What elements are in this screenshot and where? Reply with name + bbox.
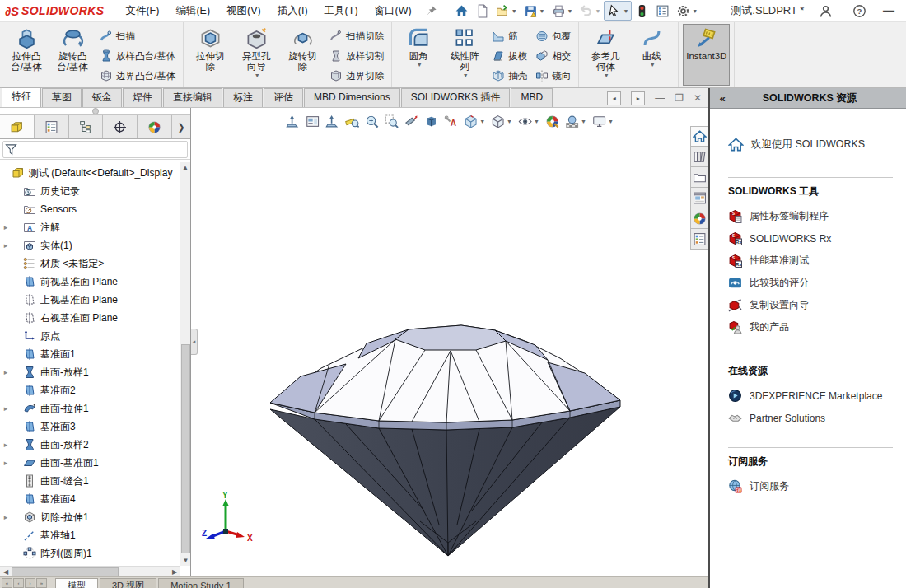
ribbon-button-拉伸切除[interactable]: 拉伸切 除 <box>188 24 232 86</box>
resource-link-复制设置向导[interactable]: 复制设置向导 <box>728 294 893 316</box>
propertymanager-tab[interactable] <box>35 115 69 138</box>
custom-properties-tab[interactable] <box>690 229 708 250</box>
doc-nav-button-1[interactable]: « <box>2 578 12 588</box>
options-list-button[interactable] <box>652 1 673 21</box>
tab-solidworks-插件[interactable]: SOLIDWORKS 插件 <box>401 88 511 107</box>
doc-tab-3d-视图[interactable]: 3D 视图 <box>100 578 156 588</box>
expand-arrow-icon[interactable]: ▸ <box>0 241 12 250</box>
dimxpertmanager-tab[interactable] <box>103 115 138 138</box>
scroll-right-arrow[interactable]: ▶ <box>169 568 180 576</box>
expand-arrow-icon[interactable]: ▸ <box>0 441 12 449</box>
save-button[interactable]: ▼ <box>521 1 549 21</box>
settings-button[interactable]: ▼ <box>673 1 701 21</box>
ribbon-button-线性阵列[interactable]: 线性阵 列▼ <box>442 24 487 86</box>
view-orientation-button[interactable]: ▼ <box>461 111 488 131</box>
tree-item-基准面1[interactable]: 基准面1 <box>0 345 180 363</box>
ribbon-button-圆角[interactable]: 圆角▼ <box>396 24 441 86</box>
tab-评估[interactable]: 评估 <box>264 88 303 107</box>
doc-nav-button-4[interactable]: » <box>36 578 47 588</box>
ribbon-button-扫描[interactable]: 扫描 <box>96 26 179 46</box>
tree-item-注解[interactable]: ▸A注解 <box>0 218 180 236</box>
print-button[interactable]: ▼ <box>549 1 577 21</box>
apply-scene-button[interactable]: ▼ <box>563 111 589 131</box>
tree-item-原点[interactable]: 原点 <box>0 327 180 345</box>
tab-特征[interactable]: 特征 <box>2 87 41 107</box>
hide-show-items-button[interactable]: ▼ <box>516 111 542 131</box>
ribbon-button-镜向[interactable]: 镜向 <box>532 66 574 86</box>
magnifier-button[interactable] <box>382 111 401 131</box>
rebuild-button[interactable] <box>632 1 652 21</box>
section-view-button[interactable] <box>402 111 421 131</box>
view-window-button[interactable] <box>303 111 322 131</box>
tree-root-item[interactable]: 测试 (Default<<Default>_Display <box>0 164 180 182</box>
doc-nav-button-2[interactable]: ‹ <box>13 578 24 588</box>
expand-arrow-icon[interactable]: ▸ <box>0 513 12 521</box>
menu-item-2[interactable]: 编辑(E) <box>167 5 218 16</box>
ribbon-button-旋转凸台/基体[interactable]: 旋转凸 台/基体 <box>50 24 95 86</box>
ribbon-button-曲线[interactable]: 曲线▼ <box>629 24 674 86</box>
expand-arrow-icon[interactable]: ▸ <box>0 223 12 231</box>
ribbon-button-扫描切除[interactable]: 扫描切除 <box>326 26 387 46</box>
tree-item-曲面-基准面1[interactable]: ▸曲面-基准面1 <box>0 454 180 472</box>
ribbon-button-包覆[interactable]: 包覆 <box>532 26 574 46</box>
tree-item-基准面3[interactable]: 基准面3 <box>0 418 180 436</box>
resource-link-solidworks-rx[interactable]: SRxSOLIDWORKS Rx <box>728 227 893 250</box>
configurationmanager-tab[interactable] <box>69 115 104 138</box>
view-palette-tab[interactable] <box>690 188 708 208</box>
doc-tab-模型[interactable]: 模型 <box>55 578 98 588</box>
ribbon-button-异型孔向导[interactable]: 异型孔 向导▼ <box>234 24 278 86</box>
tree-item-实体(1)[interactable]: ▸实体(1) <box>0 236 180 254</box>
resource-link-比较我的评分[interactable]: 比较我的评分 <box>728 272 893 294</box>
restore-doc-button[interactable]: ❐ <box>675 92 684 104</box>
resource-link-3dexperience-marketplace[interactable]: 3DEXPERIENCE Marketplace <box>728 385 893 407</box>
tree-item-上视基准面 plane[interactable]: 上视基准面 Plane <box>0 291 180 309</box>
scroll-thumb-horizontal[interactable] <box>12 567 119 576</box>
scroll-thumb[interactable] <box>181 344 190 554</box>
tab-草图[interactable]: 草图 <box>42 88 82 107</box>
ribbon-button-放样切割[interactable]: 放样切割 <box>326 46 387 66</box>
open-button[interactable]: ▼ <box>493 1 521 21</box>
resource-link-我的产品[interactable]: 我的产品 <box>728 316 893 338</box>
scroll-down-arrow[interactable]: ▼ <box>180 555 191 566</box>
home-button[interactable] <box>451 1 472 21</box>
tree-item-基准面4[interactable]: 基准面4 <box>0 490 180 508</box>
resource-link-属性标签编制程序[interactable]: S属性标签编制程序 <box>728 205 893 227</box>
tab-钣金[interactable]: 钣金 <box>82 88 122 107</box>
close-doc-button[interactable]: ✕ <box>694 92 702 104</box>
account-button[interactable] <box>815 1 836 21</box>
zoom-area-button[interactable] <box>362 111 381 131</box>
view-settings-button[interactable]: ▼ <box>590 111 616 131</box>
minimize-doc-button[interactable]: — <box>655 92 665 104</box>
pane-right-button[interactable]: ▸ <box>631 91 645 105</box>
ribbon-button-相交[interactable]: 相交 <box>532 46 574 66</box>
resource-link-partner-solutions[interactable]: Partner Solutions <box>728 407 893 429</box>
pin-icon[interactable] <box>422 1 441 21</box>
tree-item-曲面-放样1[interactable]: ▸曲面-放样1 <box>0 363 180 381</box>
tab-mbd-dimensions[interactable]: MBD Dimensions <box>304 88 400 107</box>
zoom-fit-button[interactable] <box>283 111 302 131</box>
pane-left-button[interactable]: ◂ <box>607 91 621 105</box>
welcome-link[interactable]: 欢迎使用 SOLIDWORKS <box>728 137 893 152</box>
doc-tab-motion-study-1[interactable]: Motion Study 1 <box>158 578 243 588</box>
tree-item-曲面-缝合1[interactable]: 曲面-缝合1 <box>0 472 180 490</box>
design-library-tab[interactable] <box>690 147 708 167</box>
ribbon-button-旋转切除[interactable]: 旋转切 除 <box>280 24 325 86</box>
ribbon-button-边界凸台/基体[interactable]: 边界凸台/基体 <box>96 66 179 86</box>
section-cut-button[interactable] <box>422 111 441 131</box>
doc-nav-button-3[interactable]: › <box>25 578 35 588</box>
resource-link-性能基准测试[interactable]: SRx性能基准测试 <box>728 250 893 272</box>
panel-collapse-handle[interactable]: ◂ <box>191 329 198 355</box>
tab-直接编辑[interactable]: 直接编辑 <box>163 88 222 107</box>
featuremanager-tree-tab[interactable] <box>0 115 35 138</box>
tree-item-历史记录[interactable]: 历史记录 <box>0 182 180 200</box>
select-button[interactable]: ▼ <box>604 1 632 21</box>
displaymanager-tab[interactable] <box>138 115 172 138</box>
minimize-window-button[interactable]: — <box>883 4 894 17</box>
ribbon-button-拉伸凸台/基体[interactable]: 拉伸凸 台/基体 <box>4 24 49 86</box>
tree-item-切除-拉伸1[interactable]: ▸切除-拉伸1 <box>0 508 180 526</box>
scroll-left-arrow[interactable]: ◀ <box>0 568 12 576</box>
ribbon-button-拔模[interactable]: 拔模 <box>488 46 530 66</box>
tab-标注[interactable]: 标注 <box>223 88 263 107</box>
new-document-button[interactable] <box>472 1 493 21</box>
appearances-scenes-tab[interactable] <box>690 208 708 229</box>
